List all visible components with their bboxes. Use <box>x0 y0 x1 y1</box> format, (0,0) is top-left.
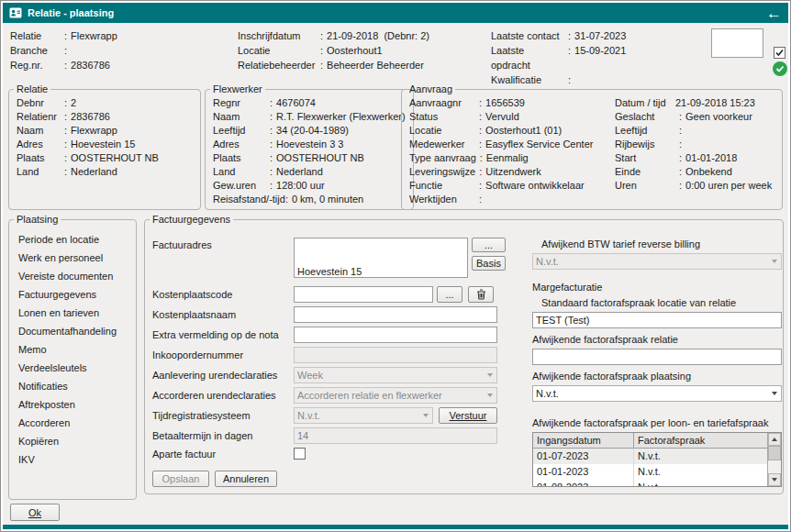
scroll-down-button[interactable] <box>768 473 781 486</box>
field-value: Nederland <box>276 165 323 179</box>
verstuur-button[interactable]: Verstuur <box>439 407 497 424</box>
field-row: Reisafstand/-tijd:0 km, 0 minuten <box>213 193 406 206</box>
chevron-down-icon <box>483 368 496 382</box>
panel-legend: Flexwerker <box>210 83 265 94</box>
field-row: Adres:Hoevestein 15 <box>17 138 193 151</box>
kostenplaatscode-delete-button[interactable] <box>468 286 494 303</box>
panel-legend: Aanvraag <box>407 83 455 94</box>
ok-button[interactable]: Ok <box>10 504 60 521</box>
field-value: Software ontwikkelaar <box>485 179 585 193</box>
sidebar-item-documentafhandeling[interactable]: Documentafhandeling <box>18 322 127 340</box>
flexwerker-panel: Flexwerker Regnr:4676074 Naam:R.T. Flexw… <box>205 83 414 210</box>
field-row: Leveringswijze:Uitzendwerk <box>409 165 615 179</box>
field-value: 31-07-2023 <box>574 28 626 43</box>
kostenplaatscode-browse-button[interactable]: ... <box>437 286 462 303</box>
sidebar-item-werk-en-personeel[interactable]: Werk en personeel <box>18 249 127 267</box>
field-value: Uitzendwerk <box>485 165 541 179</box>
field-value: 2836786 <box>71 58 110 72</box>
kostenplaatsnaam-input[interactable] <box>294 306 497 323</box>
relatie-photo-box <box>711 28 763 58</box>
field-row: Debnr:2 <box>17 96 193 110</box>
basis-button[interactable]: Basis <box>472 256 506 271</box>
sidebar-item-factuurgegevens[interactable]: Factuurgegevens <box>18 285 127 304</box>
afwijkende-factorafspraak-plaatsing-combo[interactable]: N.v.t. <box>532 385 782 402</box>
field-row: Leeftijd: <box>615 124 774 138</box>
sidebar-item-aftrekposten[interactable]: Aftrekposten <box>18 395 127 414</box>
scroll-track[interactable] <box>768 446 781 473</box>
status-ok-badge <box>773 61 787 76</box>
sidebar-item-kopieren[interactable]: Kopiëren <box>18 432 127 450</box>
inkoopordernummer-input <box>294 347 497 363</box>
standaard-factorafspraak-label: Standaard factorafspraak locatie van rel… <box>541 296 782 309</box>
field-value: Eenmalig <box>486 151 529 165</box>
sidebar-item-verdeelsleutels[interactable]: Verdeelsleutels <box>18 359 127 377</box>
field-value: Flexwrapp <box>71 28 117 43</box>
sidebar-item-notificaties[interactable]: Notificaties <box>18 377 127 395</box>
sidebar-item-vereiste-documenten[interactable]: Vereiste documenten <box>18 267 127 285</box>
field-row: Status:Vervuld <box>409 110 615 124</box>
factorafspraak-table: Ingangsdatum Factorafspraak 01-07-2023 N… <box>532 432 782 487</box>
table-row[interactable]: 01-08-2023 N.v.t. <box>533 480 767 487</box>
aparte-factuur-label: Aparte factuur <box>152 449 294 460</box>
field-row: Naam:Flexwrapp <box>17 124 193 138</box>
header-inschrijf-column: Inschrijfdatum:21-09-2018 (Debnr: 2) Loc… <box>238 28 429 72</box>
field-value: 2836786 <box>71 110 110 124</box>
sidebar-item-memo[interactable]: Memo <box>18 340 127 359</box>
afwijkende-factorafspraak-plaatsing-label: Afwijkende factorafspraak plaatsing <box>532 370 782 382</box>
bottom-accent-bar <box>3 525 788 529</box>
factuuradres-browse-button[interactable]: ... <box>472 238 506 252</box>
accorderen-urendeclaraties-label: Accorderen urendeclaraties <box>152 390 294 401</box>
chevron-down-icon <box>767 254 781 269</box>
header-checkbox[interactable] <box>774 47 785 59</box>
field-row: Geslacht:Geen voorkeur <box>615 110 774 124</box>
sidebar-item-accorderen[interactable]: Accorderen <box>18 414 127 432</box>
field-value: 1656539 <box>485 96 525 110</box>
betaaltermijn-input <box>294 427 497 444</box>
afwijkende-factorafspraak-relatie-input[interactable] <box>532 349 782 365</box>
header-row: Relatiebeheerder:Beheerder Beheerder <box>238 58 429 72</box>
field-row: Medewerker:Easyflex Service Center <box>409 138 615 151</box>
header-row: Branche: <box>10 43 117 58</box>
table-row[interactable]: 01-07-2023 N.v.t. <box>533 449 767 464</box>
field-row: Plaats:OOSTERHOUT NB <box>17 151 193 165</box>
field-row: Gew.uren:128:00 uur <box>213 179 406 193</box>
relatie-icon <box>9 6 22 19</box>
opslaan-button: Opslaan <box>152 471 209 487</box>
extra-vermelding-input[interactable] <box>294 327 497 343</box>
scroll-up-button[interactable] <box>768 433 781 446</box>
table-row[interactable]: 01-01-2023 N.v.t. <box>533 464 767 480</box>
btw-reverse-billing-combo: N.v.t. <box>532 253 782 270</box>
annuleren-button[interactable]: Annuleren <box>215 471 277 487</box>
scroll-thumb[interactable] <box>768 446 781 460</box>
sidebar-item-periode-en-locatie[interactable]: Periode en locatie <box>18 230 127 249</box>
chevron-down-icon <box>767 386 781 401</box>
field-value: 21-09-2018 15:23 <box>675 96 755 110</box>
field-value: Onbekend <box>685 165 732 179</box>
field-row: Rijbewijs: <box>615 138 774 151</box>
back-arrow-icon[interactable]: ← <box>766 6 782 21</box>
field-row: Land:Nederland <box>17 165 193 179</box>
standaard-factorafspraak-input[interactable] <box>532 312 782 328</box>
betaaltermijn-label: Betaaltermijn in dagen <box>152 430 294 441</box>
kostenplaatscode-label: Kostenplaatscode <box>152 289 294 300</box>
field-value: 21-09-2018 (Debnr: 2) <box>327 28 429 43</box>
field-value: OOSTERHOUT NB <box>71 151 159 165</box>
sidebar-item-lonen-en-tarieven[interactable]: Lonen en tarieven <box>18 304 127 322</box>
aparte-factuur-checkbox[interactable] <box>294 448 306 460</box>
field-value: 2 <box>71 96 76 110</box>
kostenplaatscode-input[interactable] <box>294 286 433 303</box>
field-row: Regnr:4676074 <box>213 96 406 110</box>
factuuradres-box[interactable]: Hoevestein 15 4903 SE Oosterhout Nb <box>294 238 468 278</box>
column-header: Factorafspraak <box>634 433 767 448</box>
field-value: Geen voorkeur <box>685 110 752 124</box>
field-value: Nederland <box>71 165 117 179</box>
window-title: Relatie - plaatsing <box>28 7 761 18</box>
header-laatste-column: Laatste contact:31-07-2023 Laatste opdra… <box>491 28 626 87</box>
sidebar-item-ikv[interactable]: IKV <box>18 450 127 469</box>
header-row: Relatie:Flexwrapp <box>10 28 117 43</box>
btw-reverse-billing-label: Afwijkend BTW tarief reverse billing <box>541 238 782 250</box>
factuuradres-line1: Hoevestein 15 <box>297 265 464 278</box>
field-row: Einde:Onbekend <box>615 165 774 179</box>
table-scrollbar[interactable] <box>767 433 781 486</box>
field-value: Vervuld <box>485 110 519 124</box>
